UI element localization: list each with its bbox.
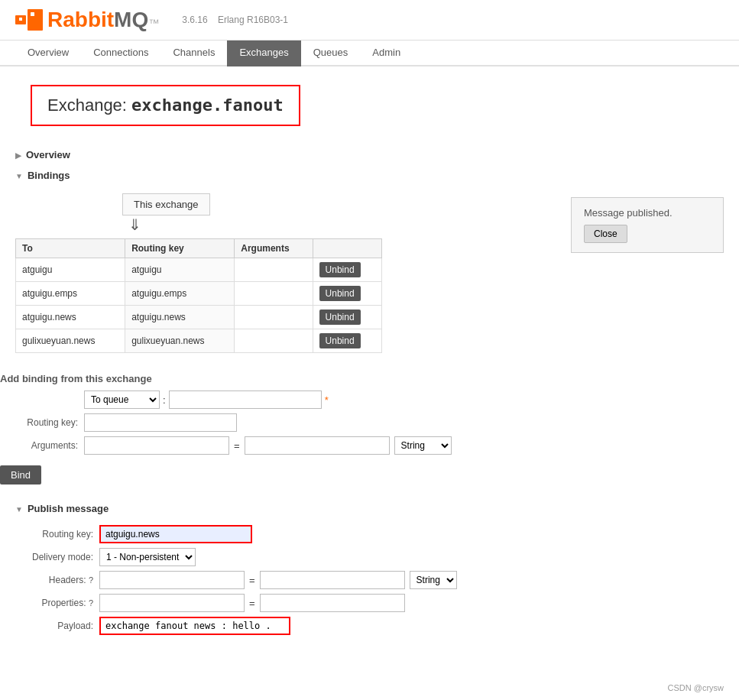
overview-label: Overview — [26, 149, 70, 160]
properties-eq-sign: = — [249, 598, 255, 609]
col-to: To — [16, 239, 125, 258]
overview-section: Overview — [15, 144, 724, 165]
publish-message-section: Publish message Routing key: Delivery mo… — [15, 498, 724, 646]
destination-input[interactable] — [169, 391, 322, 409]
routing-key-row: Routing key: — [0, 413, 739, 432]
svg-rect-3 — [31, 12, 34, 16]
bindings-table: To Routing key Arguments atguigu atguigu… — [15, 238, 382, 353]
col-actions — [313, 239, 381, 258]
version-number: 3.6.16 — [182, 15, 207, 25]
queue-name-atguigu-emps: atguigu.emps — [16, 282, 125, 306]
queue-name-gulixueyuan-news: gulixueyuan.news — [16, 329, 125, 353]
col-arguments: Arguments — [235, 239, 313, 258]
logo: RabbitMQ™ — [15, 8, 159, 32]
required-star: * — [325, 394, 329, 406]
routing-key-atguigu-news: atguigu.news — [125, 306, 235, 329]
arguments-atguigu-emps — [235, 282, 313, 306]
nav-overview[interactable]: Overview — [15, 41, 81, 66]
payload-row: Payload: — [15, 617, 724, 635]
nav-admin[interactable]: Admin — [360, 41, 413, 66]
this-exchange-box: This exchange — [122, 193, 210, 216]
headers-label: Headers: ? — [15, 575, 99, 585]
arguments-atguigu-news — [235, 306, 313, 329]
routing-key-atguigu: atguigu — [125, 258, 235, 282]
nav-exchanges[interactable]: Exchanges — [227, 41, 300, 66]
add-binding-title: Add binding from this exchange — [0, 373, 739, 384]
routing-key-input-binding[interactable] — [84, 413, 237, 432]
close-button[interactable]: Close — [584, 225, 627, 243]
headers-key-input[interactable] — [99, 571, 245, 589]
unbind-button-gulixueyuan-news[interactable]: Unbind — [319, 333, 361, 348]
overview-toggle[interactable]: Overview — [15, 144, 724, 165]
colon-separator: : — [163, 394, 166, 406]
main-nav: Overview Connections Channels Exchanges … — [0, 41, 739, 66]
bindings-label: Bindings — [28, 170, 70, 181]
page-title: Exchange: exchange.fanout — [47, 96, 284, 115]
table-row: gulixueyuan.news gulixueyuan.news Unbind — [16, 329, 382, 353]
unbind-cell-atguigu-news: Unbind — [313, 306, 381, 329]
properties-row: Properties: ? = — [15, 594, 724, 612]
unbind-cell-atguigu-emps: Unbind — [313, 282, 381, 306]
queue-name-atguigu: atguigu — [16, 258, 125, 282]
routing-key-gulixueyuan-news: gulixueyuan.news — [125, 329, 235, 353]
logo-text: RabbitMQ™ — [47, 8, 159, 32]
properties-key-input[interactable] — [99, 594, 245, 612]
rabbitmq-logo-icon — [15, 9, 43, 31]
properties-value-input[interactable] — [260, 594, 405, 612]
publish-routing-key-row: Routing key: — [15, 525, 724, 543]
header: RabbitMQ™ 3.6.16 Erlang R16B03-1 — [0, 0, 739, 41]
publish-toggle[interactable]: Publish message — [15, 498, 724, 519]
headers-row: Headers: ? = String — [15, 571, 724, 589]
payload-label: Payload: — [15, 621, 99, 631]
col-routing-key: Routing key — [125, 239, 235, 258]
headers-value-input[interactable] — [260, 571, 405, 589]
publish-arrow — [15, 503, 23, 514]
erlang-version: Erlang R16B03-1 — [218, 15, 288, 25]
equals-sign: = — [234, 440, 240, 452]
table-row: atguigu.news atguigu.news Unbind — [16, 306, 382, 329]
queue-name-atguigu-news: atguigu.news — [16, 306, 125, 329]
table-row: atguigu atguigu Unbind — [16, 258, 382, 282]
bindings-arrow — [15, 170, 23, 181]
arguments-value-input[interactable] — [245, 436, 390, 455]
unbind-cell-atguigu: Unbind — [313, 258, 381, 282]
unbind-button-atguigu[interactable]: Unbind — [319, 262, 361, 277]
delivery-mode-row: Delivery mode: 1 - Non-persistent 2 - Pe… — [15, 548, 724, 566]
destination-type-row: To queue To exchange : * — [0, 391, 739, 409]
publish-routing-key-input[interactable] — [99, 525, 252, 543]
message-published-box: Message published. Close — [571, 197, 724, 253]
delivery-mode-select[interactable]: 1 - Non-persistent 2 - Persistent — [99, 548, 196, 566]
svg-rect-1 — [28, 9, 43, 31]
table-row: atguigu.emps atguigu.emps Unbind — [16, 282, 382, 306]
unbind-button-atguigu-news[interactable]: Unbind — [319, 309, 361, 325]
arguments-label: Arguments: — [0, 440, 84, 451]
svg-rect-2 — [19, 18, 22, 21]
arguments-key-input[interactable] — [84, 436, 229, 455]
unbind-cell-gulixueyuan-news: Unbind — [313, 329, 381, 353]
overview-arrow — [15, 149, 21, 160]
publish-label: Publish message — [28, 503, 109, 514]
publish-routing-key-label: Routing key: — [15, 529, 99, 540]
unbind-button-atguigu-emps[interactable]: Unbind — [319, 286, 361, 301]
message-published-text: Message published. — [584, 207, 711, 219]
arguments-type-select[interactable]: String Integer Boolean — [394, 436, 452, 455]
destination-type-select[interactable]: To queue To exchange — [84, 391, 160, 409]
routing-key-atguigu-emps: atguigu.emps — [125, 282, 235, 306]
payload-input[interactable] — [99, 617, 290, 635]
arguments-gulixueyuan-news — [235, 329, 313, 353]
bindings-section: Bindings This exchange ⇓ To Routing key … — [15, 165, 724, 361]
headers-type-select[interactable]: String — [410, 571, 457, 589]
bind-button[interactable]: Bind — [0, 465, 41, 484]
bindings-toggle[interactable]: Bindings — [15, 165, 724, 186]
page-title-box: Exchange: exchange.fanout — [31, 85, 300, 126]
nav-queues[interactable]: Queues — [301, 41, 361, 66]
publish-content: Routing key: Delivery mode: 1 - Non-pers… — [15, 519, 724, 646]
properties-help-icon: ? — [89, 598, 93, 608]
version-info: 3.6.16 Erlang R16B03-1 — [182, 15, 296, 25]
arguments-atguigu — [235, 258, 313, 282]
nav-connections[interactable]: Connections — [81, 41, 160, 66]
add-binding-section: Add binding from this exchange To queue … — [0, 373, 739, 491]
headers-help-icon: ? — [89, 575, 93, 585]
nav-channels[interactable]: Channels — [160, 41, 227, 66]
headers-eq-sign: = — [249, 575, 255, 586]
